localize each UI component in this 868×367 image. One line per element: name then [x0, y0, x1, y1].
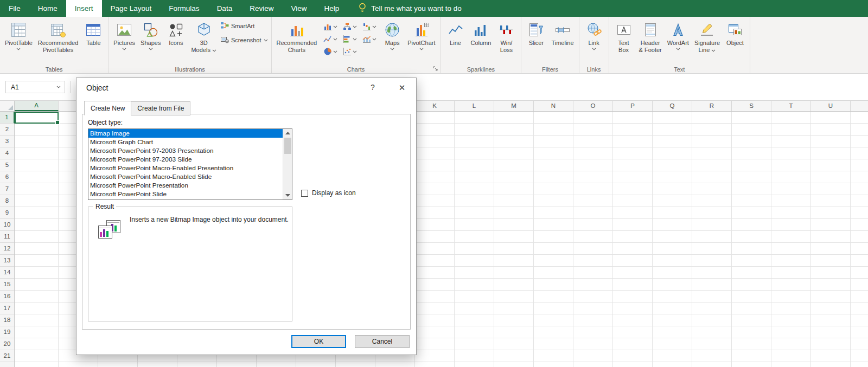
- tell-me-box[interactable]: Tell me what you want to do: [359, 0, 462, 17]
- row-header-6[interactable]: 6: [0, 171, 14, 183]
- scroll-up-icon[interactable]: [283, 129, 292, 137]
- column-header-U[interactable]: U: [811, 101, 851, 111]
- menu-tab-insert[interactable]: Insert: [66, 0, 102, 17]
- insert-scatter-chart-button[interactable]: [342, 47, 357, 56]
- insert-hierarchy-chart-button[interactable]: [342, 22, 357, 31]
- object-button[interactable]: Object: [723, 18, 748, 65]
- pictures-button[interactable]: Pictures: [111, 18, 138, 65]
- object-type-option[interactable]: Microsoft PowerPoint Macro-Enabled Prese…: [88, 164, 283, 172]
- column-header-K[interactable]: K: [415, 101, 455, 111]
- menu-tab-data[interactable]: Data: [208, 0, 241, 17]
- name-box[interactable]: A1: [5, 81, 65, 93]
- close-icon[interactable]: ✕: [395, 81, 409, 94]
- sparkline-line-button[interactable]: Line: [443, 18, 468, 65]
- column-header-P[interactable]: P: [613, 101, 653, 111]
- win-loss-button[interactable]: Win/ Loss: [494, 18, 519, 65]
- object-type-label: Object type:: [88, 119, 123, 126]
- header-footer-button[interactable]: Header & Footer: [636, 18, 665, 65]
- insert-waterfall-chart-button[interactable]: [362, 22, 376, 31]
- scrollbar-thumb[interactable]: [284, 138, 291, 154]
- row-header-1[interactable]: 1: [0, 112, 15, 124]
- insert-line-chart-button[interactable]: [323, 34, 337, 43]
- object-type-option[interactable]: Bitmap Image: [88, 129, 283, 138]
- column-header-Q[interactable]: Q: [653, 101, 692, 111]
- column-header-N[interactable]: N: [534, 101, 573, 111]
- row-header-21[interactable]: 21: [0, 350, 14, 362]
- row-header-13[interactable]: 13: [0, 255, 14, 267]
- timeline-button[interactable]: Timeline: [548, 18, 576, 65]
- menu-tab-help[interactable]: Help: [315, 0, 348, 17]
- chevron-down-icon[interactable]: [56, 86, 65, 88]
- help-icon[interactable]: ?: [367, 83, 378, 92]
- smartart-button[interactable]: SmartArt: [220, 21, 268, 31]
- sparkline-column-button[interactable]: Column: [468, 18, 494, 65]
- column-header-L[interactable]: L: [455, 101, 494, 111]
- menu-tab-view[interactable]: View: [282, 0, 315, 17]
- insert-bar-chart-button[interactable]: [342, 34, 357, 43]
- object-type-option[interactable]: Microsoft PowerPoint 97-2003 Slide: [88, 155, 283, 164]
- column-header-M[interactable]: M: [494, 101, 534, 111]
- row-header-17[interactable]: 17: [0, 302, 14, 314]
- maps-button[interactable]: Maps: [380, 18, 405, 65]
- wordart-button[interactable]: WordArt: [665, 18, 692, 65]
- text-box-button[interactable]: Text Box: [611, 18, 636, 65]
- menu-tab-review[interactable]: Review: [241, 0, 282, 17]
- insert-combo-chart-button[interactable]: [362, 34, 376, 43]
- dialog-launcher-icon[interactable]: [432, 66, 439, 72]
- object-type-option[interactable]: Microsoft PowerPoint Macro-Enabled Slide: [88, 172, 283, 181]
- menu-tab-formulas[interactable]: Formulas: [160, 0, 208, 17]
- cancel-button[interactable]: Cancel: [355, 335, 410, 348]
- icons-button[interactable]: Icons: [163, 18, 188, 65]
- row-header-16[interactable]: 16: [0, 291, 14, 302]
- column-header-R[interactable]: R: [692, 101, 732, 111]
- scroll-down-icon[interactable]: [283, 191, 292, 199]
- recommended-charts-button[interactable]: Recommended Charts: [274, 18, 320, 65]
- row-header-19[interactable]: 19: [0, 326, 14, 338]
- dialog-tab-create-new[interactable]: Create New: [84, 101, 131, 115]
- row-header-12[interactable]: 12: [0, 243, 14, 255]
- object-type-option[interactable]: Microsoft PowerPoint 97-2003 Presentatio…: [88, 146, 283, 155]
- column-header-T[interactable]: T: [771, 101, 811, 111]
- link-button[interactable]: Link: [582, 18, 607, 65]
- column-header-O[interactable]: O: [573, 101, 613, 111]
- row-header-11[interactable]: 11: [0, 231, 14, 243]
- screenshot-button[interactable]: Screenshot: [220, 35, 268, 45]
- object-type-option[interactable]: Microsoft PowerPoint Slide: [88, 190, 283, 198]
- display-as-icon-checkbox[interactable]: [301, 190, 308, 197]
- signature-line-button[interactable]: Signature Line: [692, 18, 723, 65]
- row-header-3[interactable]: 3: [0, 136, 14, 147]
- insert-column-chart-button[interactable]: [323, 22, 337, 31]
- slicer-button[interactable]: Slicer: [524, 18, 548, 65]
- row-header-7[interactable]: 7: [0, 183, 14, 195]
- table-button[interactable]: Table: [81, 18, 106, 65]
- column-header-A[interactable]: A: [15, 101, 59, 111]
- 3d-models-button[interactable]: 3D Models: [188, 18, 219, 65]
- row-header-2[interactable]: 2: [0, 124, 14, 136]
- select-all-corner[interactable]: [0, 101, 15, 112]
- row-header-5[interactable]: 5: [0, 159, 14, 171]
- selected-cell-a1[interactable]: [15, 112, 59, 124]
- row-header-14[interactable]: 14: [0, 267, 14, 279]
- menu-tab-file[interactable]: File: [0, 0, 29, 17]
- row-header-8[interactable]: 8: [0, 195, 14, 207]
- menu-tab-page-layout[interactable]: Page Layout: [102, 0, 161, 17]
- insert-pie-chart-button[interactable]: [323, 47, 337, 56]
- dialog-titlebar[interactable]: Object ? ✕: [76, 78, 416, 100]
- row-header-18[interactable]: 18: [0, 314, 14, 326]
- row-header-10[interactable]: 10: [0, 219, 14, 231]
- shapes-button[interactable]: Shapes: [138, 18, 163, 65]
- row-header-20[interactable]: 20: [0, 338, 14, 350]
- object-type-option[interactable]: Microsoft Graph Chart: [88, 138, 283, 146]
- row-header-4[interactable]: 4: [0, 147, 14, 159]
- scrollbar[interactable]: [283, 129, 292, 199]
- row-header-15[interactable]: 15: [0, 279, 14, 291]
- recommended-pivottables-button[interactable]: Recommended PivotTables: [35, 18, 81, 65]
- column-header-S[interactable]: S: [732, 101, 771, 111]
- pivottable-button[interactable]: PivotTable: [2, 18, 35, 65]
- object-type-option[interactable]: Microsoft PowerPoint Presentation: [88, 181, 283, 190]
- row-header-9[interactable]: 9: [0, 207, 14, 219]
- pivotchart-button[interactable]: PivotChart: [405, 18, 438, 65]
- ok-button[interactable]: OK: [291, 335, 346, 348]
- dialog-tab-create-from-file[interactable]: Create from File: [131, 101, 190, 115]
- menu-tab-home[interactable]: Home: [29, 0, 66, 17]
